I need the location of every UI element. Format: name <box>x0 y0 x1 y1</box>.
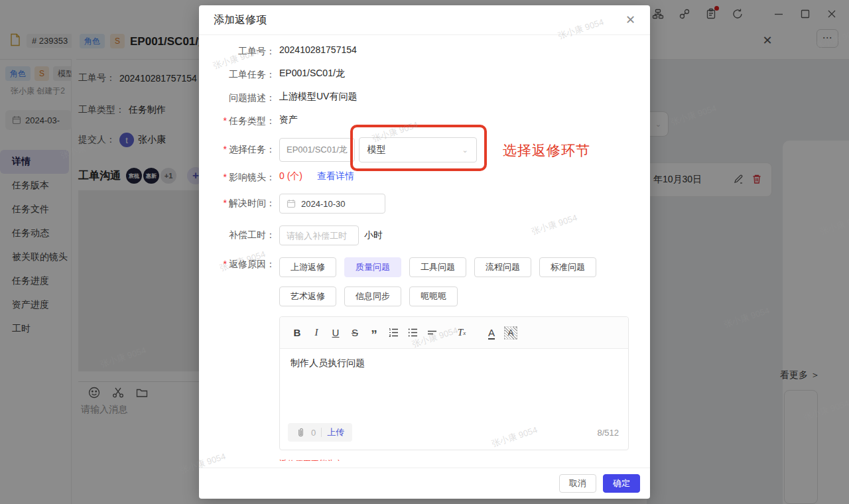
order-task-row: 工单任务： EP001/SC01/龙 <box>199 68 629 81</box>
shots-row: *影响镜头： 0 (个) 查看详情 <box>199 170 629 184</box>
cancel-button[interactable]: 取消 <box>559 474 596 493</box>
reason-tags-row1: 上游返修 质量问题 工具问题 流程问题 标准问题 <box>279 257 596 277</box>
dialog-body: 工单号： 202410281757154 工单任务： EP001/SC01/龙 … <box>199 35 650 461</box>
reason-tag-tool[interactable]: 工具问题 <box>409 257 466 277</box>
solve-date-label: *解决时间： <box>199 198 275 210</box>
reason-tag-quality-selected[interactable]: 质量问题 <box>344 257 401 277</box>
unordered-list-icon[interactable] <box>406 326 419 340</box>
hours-unit: 小时 <box>364 229 383 241</box>
blockquote-icon[interactable]: ” <box>367 326 381 340</box>
calendar-icon <box>287 199 296 208</box>
editor-content[interactable]: 制作人员执行问题 <box>280 349 628 423</box>
reason-label: *返修原因： <box>199 257 275 271</box>
highlight-color-icon[interactable]: A <box>504 326 517 340</box>
reason-tag-art[interactable]: 艺术返修 <box>279 286 336 306</box>
shots-detail-link[interactable]: 查看详情 <box>317 170 354 181</box>
order-task-label: 工单任务： <box>199 68 275 81</box>
required-asterisk: * <box>224 259 227 269</box>
hours-input[interactable] <box>279 225 359 245</box>
problem-value: 上游模型UV有问题 <box>279 91 357 103</box>
clear-format-icon[interactable]: Tx <box>455 326 468 340</box>
problem-row: 问题描述： 上游模型UV有问题 <box>199 91 629 104</box>
reason-tag-uhuh[interactable]: 呃呃呃 <box>409 286 458 306</box>
required-asterisk: * <box>224 198 227 208</box>
editor-bottom-bar: 0 上传 8/512 <box>280 423 628 450</box>
date-picker-value: 2024-10-30 <box>301 199 346 209</box>
shots-label: *影响镜头： <box>199 170 275 184</box>
hours-row: 补偿工时： 小时 <box>199 225 629 245</box>
attachment-chip[interactable]: 0 上传 <box>288 423 352 442</box>
hours-label: 补偿工时： <box>199 229 275 241</box>
italic-icon[interactable]: I <box>310 326 323 340</box>
date-picker[interactable]: 2024-10-30 <box>279 194 385 214</box>
required-asterisk: * <box>224 144 227 155</box>
problem-label: 问题描述： <box>199 91 275 104</box>
order-no-row: 工单号： 202410281757154 <box>199 44 629 58</box>
task-type-row: *任务类型： 资产 <box>199 114 629 127</box>
annotation-note: 选择返修环节 <box>503 141 590 160</box>
order-no-value: 202410281757154 <box>279 44 357 55</box>
ordered-list-icon[interactable] <box>387 326 400 340</box>
validation-error: 返修原因不能为空 <box>279 458 629 461</box>
align-icon[interactable] <box>425 326 438 340</box>
char-counter: 8/512 <box>597 428 619 438</box>
order-no-label: 工单号： <box>199 44 275 58</box>
stage-select-value: 模型 <box>367 144 386 156</box>
paperclip-icon <box>296 427 306 438</box>
required-asterisk: * <box>224 172 227 182</box>
reason-tag-upstream[interactable]: 上游返修 <box>279 257 336 277</box>
add-rework-dialog: 添加返修项 ✕ 工单号： 202410281757154 工单任务： EP001… <box>199 5 650 499</box>
dialog-footer: 取消 确定 <box>199 468 650 499</box>
solve-date-row: *解决时间： 2024-10-30 <box>199 194 629 214</box>
rich-text-editor: B I U S ” Tx A A 制作人员执行问题 <box>279 316 629 450</box>
reason-tag-info-sync[interactable]: 信息同步 <box>344 286 401 306</box>
bold-icon[interactable]: B <box>291 326 304 340</box>
dialog-close-icon[interactable]: ✕ <box>625 14 635 26</box>
required-asterisk: * <box>224 115 227 126</box>
underline-icon[interactable]: U <box>329 326 342 340</box>
reason-tags-row2: 艺术返修 信息同步 呃呃呃 <box>279 286 596 306</box>
reason-tag-process[interactable]: 流程问题 <box>474 257 531 277</box>
task-type-label: *任务类型： <box>199 114 275 127</box>
attachment-count: 0 <box>311 428 316 438</box>
strikethrough-icon[interactable]: S <box>348 326 361 340</box>
font-color-icon[interactable]: A <box>485 326 498 340</box>
task-readonly-field: EP001/SC01/龙 <box>279 138 355 162</box>
task-type-value: 资产 <box>279 114 298 126</box>
upload-button[interactable]: 上传 <box>327 426 344 438</box>
dialog-header: 添加返修项 ✕ <box>199 5 650 35</box>
stage-select[interactable]: 模型 ⌄ <box>359 137 477 162</box>
editor-toolbar: B I U S ” Tx A A <box>280 317 628 349</box>
order-task-value: EP001/SC01/龙 <box>279 68 345 80</box>
select-task-label: *选择任务： <box>199 144 275 156</box>
reason-tag-standard[interactable]: 标准问题 <box>539 257 596 277</box>
reason-row: *返修原因： 上游返修 质量问题 工具问题 流程问题 标准问题 艺术返修 信息同… <box>199 257 629 306</box>
shots-count: 0 (个) <box>279 170 302 181</box>
chevron-down-icon: ⌄ <box>462 146 468 155</box>
dialog-title: 添加返修项 <box>214 13 625 27</box>
chip-divider <box>321 428 322 437</box>
confirm-button[interactable]: 确定 <box>603 474 640 493</box>
